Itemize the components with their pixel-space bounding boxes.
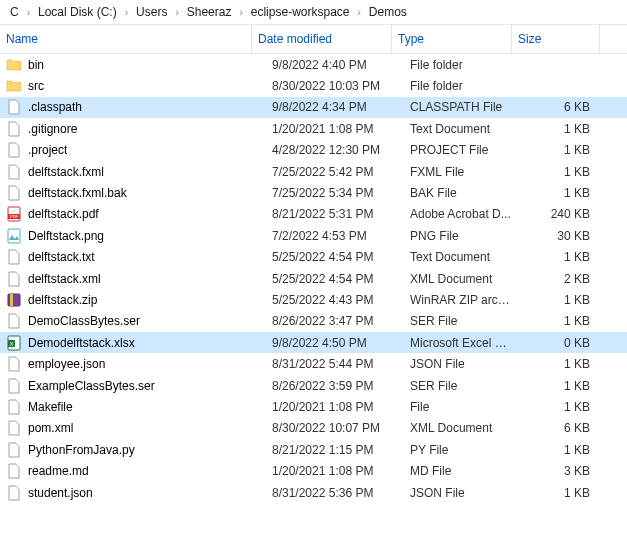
breadcrumb-item[interactable]: Users (132, 3, 171, 21)
file-name-cell: src (0, 78, 252, 94)
file-type-cell: SER File (392, 314, 512, 328)
file-name-label: delftstack.pdf (28, 207, 99, 221)
file-type-cell: JSON File (392, 486, 512, 500)
file-size-cell: 1 KB (512, 165, 600, 179)
file-date-cell: 8/30/2022 10:07 PM (252, 421, 392, 435)
file-type-cell: SER File (392, 379, 512, 393)
file-row[interactable]: Makefile1/20/2021 1:08 PMFile1 KB (0, 396, 627, 417)
breadcrumb-item[interactable]: eclipse-workspace (247, 3, 354, 21)
column-headers: Name Date modified Type Size (0, 24, 627, 54)
breadcrumb-item[interactable]: Sheeraz (183, 3, 236, 21)
file-name-cell: delftstack.fxml.bak (0, 185, 252, 201)
file-type-cell: Text Document (392, 122, 512, 136)
file-row[interactable]: readme.md1/20/2021 1:08 PMMD File3 KB (0, 460, 627, 481)
chevron-right-icon: › (235, 7, 246, 18)
file-type-cell: Microsoft Excel W... (392, 336, 512, 350)
file-row[interactable]: .project4/28/2022 12:30 PMPROJECT File1 … (0, 140, 627, 161)
file-date-cell: 1/20/2021 1:08 PM (252, 122, 392, 136)
file-row[interactable]: XDemodelftstack.xlsx9/8/2022 4:50 PMMicr… (0, 332, 627, 353)
file-icon (6, 99, 22, 115)
file-row[interactable]: PDFdelftstack.pdf8/21/2022 5:31 PMAdobe … (0, 204, 627, 225)
file-icon (6, 378, 22, 394)
column-header-name[interactable]: Name (0, 25, 252, 53)
file-row[interactable]: employee.json8/31/2022 5:44 PMJSON File1… (0, 353, 627, 374)
file-date-cell: 8/31/2022 5:36 PM (252, 486, 392, 500)
chevron-right-icon: › (121, 7, 132, 18)
column-header-date[interactable]: Date modified (252, 25, 392, 53)
file-row[interactable]: delftstack.zip5/25/2022 4:43 PMWinRAR ZI… (0, 289, 627, 310)
file-row[interactable]: delftstack.fxml.bak7/25/2022 5:34 PMBAK … (0, 182, 627, 203)
file-date-cell: 8/21/2022 5:31 PM (252, 207, 392, 221)
file-date-cell: 9/8/2022 4:40 PM (252, 58, 392, 72)
file-row[interactable]: ExampleClassBytes.ser8/26/2022 3:59 PMSE… (0, 375, 627, 396)
file-name-cell: .project (0, 142, 252, 158)
column-header-type[interactable]: Type (392, 25, 512, 53)
file-row[interactable]: DemoClassBytes.ser8/26/2022 3:47 PMSER F… (0, 311, 627, 332)
file-date-cell: 7/25/2022 5:34 PM (252, 186, 392, 200)
sort-indicator-icon (231, 35, 239, 43)
file-icon (6, 399, 22, 415)
file-type-cell: FXML File (392, 165, 512, 179)
file-type-cell: XML Document (392, 421, 512, 435)
file-row[interactable]: .gitignore1/20/2021 1:08 PMText Document… (0, 118, 627, 139)
file-date-cell: 8/21/2022 1:15 PM (252, 443, 392, 457)
file-name-label: readme.md (28, 464, 89, 478)
file-name-label: Demodelftstack.xlsx (28, 336, 135, 350)
breadcrumb-item[interactable]: Local Disk (C:) (34, 3, 121, 21)
file-icon (6, 420, 22, 436)
file-date-cell: 8/31/2022 5:44 PM (252, 357, 392, 371)
file-size-cell: 1 KB (512, 379, 600, 393)
column-header-size[interactable]: Size (512, 25, 600, 53)
file-size-cell: 1 KB (512, 486, 600, 500)
file-row[interactable]: student.json8/31/2022 5:36 PMJSON File1 … (0, 482, 627, 503)
file-date-cell: 8/26/2022 3:47 PM (252, 314, 392, 328)
file-date-cell: 1/20/2021 1:08 PM (252, 400, 392, 414)
file-name-label: DemoClassBytes.ser (28, 314, 140, 328)
file-name-cell: XDemodelftstack.xlsx (0, 335, 252, 351)
file-date-cell: 7/2/2022 4:53 PM (252, 229, 392, 243)
file-size-cell: 1 KB (512, 443, 600, 457)
zip-icon (6, 292, 22, 308)
file-row[interactable]: .classpath9/8/2022 4:34 PMCLASSPATH File… (0, 97, 627, 118)
file-type-cell: File folder (392, 79, 512, 93)
file-row[interactable]: delftstack.txt5/25/2022 4:54 PMText Docu… (0, 247, 627, 268)
file-list: bin9/8/2022 4:40 PMFile foldersrc8/30/20… (0, 54, 627, 503)
file-size-cell: 1 KB (512, 357, 600, 371)
file-icon (6, 463, 22, 479)
file-name-label: PythonFromJava.py (28, 443, 135, 457)
file-icon (6, 164, 22, 180)
file-size-cell: 1 KB (512, 143, 600, 157)
file-name-cell: .classpath (0, 99, 252, 115)
breadcrumb-item[interactable]: C (6, 3, 23, 21)
file-size-cell: 1 KB (512, 250, 600, 264)
file-type-cell: BAK File (392, 186, 512, 200)
file-type-cell: CLASSPATH File (392, 100, 512, 114)
svg-text:PDF: PDF (10, 214, 19, 219)
file-row[interactable]: pom.xml8/30/2022 10:07 PMXML Document6 K… (0, 418, 627, 439)
file-row[interactable]: delftstack.fxml7/25/2022 5:42 PMFXML Fil… (0, 161, 627, 182)
file-size-cell: 0 KB (512, 336, 600, 350)
file-date-cell: 8/26/2022 3:59 PM (252, 379, 392, 393)
file-type-cell: PY File (392, 443, 512, 457)
file-name-cell: ExampleClassBytes.ser (0, 378, 252, 394)
file-row[interactable]: Delftstack.png7/2/2022 4:53 PMPNG File30… (0, 225, 627, 246)
file-size-cell: 1 KB (512, 400, 600, 414)
file-icon (6, 442, 22, 458)
file-name-cell: delftstack.fxml (0, 164, 252, 180)
file-row[interactable]: PythonFromJava.py8/21/2022 1:15 PMPY Fil… (0, 439, 627, 460)
file-date-cell: 5/25/2022 4:43 PM (252, 293, 392, 307)
breadcrumb-item[interactable]: Demos (365, 3, 411, 21)
file-name-cell: PythonFromJava.py (0, 442, 252, 458)
file-type-cell: File (392, 400, 512, 414)
file-row[interactable]: bin9/8/2022 4:40 PMFile folder (0, 54, 627, 75)
file-row[interactable]: src8/30/2022 10:03 PMFile folder (0, 75, 627, 96)
file-size-cell: 1 KB (512, 293, 600, 307)
file-icon (6, 249, 22, 265)
file-type-cell: WinRAR ZIP archive (392, 293, 512, 307)
breadcrumb: C › Local Disk (C:) › Users › Sheeraz › … (0, 0, 627, 24)
file-row[interactable]: delftstack.xml5/25/2022 4:54 PMXML Docum… (0, 268, 627, 289)
file-name-cell: pom.xml (0, 420, 252, 436)
file-type-cell: Adobe Acrobat D... (392, 207, 512, 221)
svg-text:X: X (9, 340, 13, 346)
chevron-right-icon: › (354, 7, 365, 18)
